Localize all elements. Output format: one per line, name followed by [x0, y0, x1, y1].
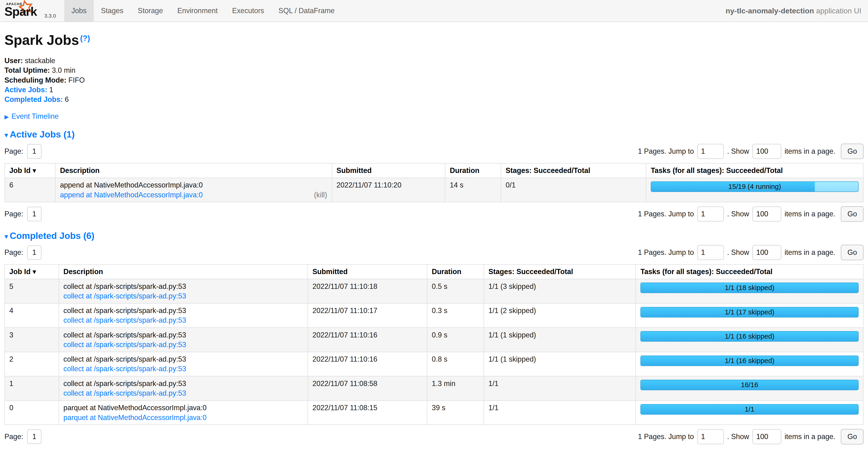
show-items-input[interactable] — [752, 144, 781, 159]
show-items-input[interactable] — [752, 245, 781, 260]
job-description-link[interactable]: append at NativeMethodAccessorImpl.java:… — [60, 190, 203, 200]
job-description-link[interactable]: collect at /spark-scripts/spark-ad.py:53 — [64, 315, 186, 325]
stages-cell: 1/1 — [484, 376, 636, 401]
table-header-row: Job Id ▾DescriptionSubmittedDurationStag… — [5, 264, 863, 279]
column-header-0[interactable]: Job Id ▾ — [5, 264, 59, 279]
active-jobs-heading[interactable]: ▾Active Jobs (1) — [4, 129, 864, 140]
duration-cell: 14 s — [445, 178, 501, 202]
tasks-cell: 1/1 (16 skipped) — [636, 352, 863, 376]
tasks-cell: 1/1 (17 skipped) — [636, 304, 863, 328]
show-items-input[interactable] — [752, 206, 781, 222]
stages-cell: 1/1 (2 skipped) — [484, 304, 636, 328]
active-jobs-section: ▾Active Jobs (1) Page: 1 1 Pages. Jump t… — [4, 129, 864, 222]
duration-cell: 0.5 s — [427, 279, 484, 304]
job-description-link[interactable]: parquet at NativeMethodAccessorImpl.java… — [64, 413, 207, 422]
job-description: collect at /spark-scripts/spark-ad.py:53 — [64, 330, 303, 340]
tab-stages[interactable]: Stages — [94, 0, 130, 22]
tab-storage[interactable]: Storage — [130, 0, 170, 22]
duration-cell: 39 s — [427, 401, 484, 425]
jump-to-input[interactable] — [698, 245, 724, 260]
summary-total-uptime: Total Uptime: 3.0 min — [4, 65, 864, 75]
page-label: Page: — [4, 432, 23, 441]
page-number-box[interactable]: 1 — [27, 429, 41, 444]
page-label: Page: — [4, 248, 23, 257]
stages-cell: 1/1 (1 skipped) — [484, 328, 636, 352]
tasks-cell: 1/1 (16 skipped) — [636, 328, 863, 352]
job-description: collect at /spark-scripts/spark-ad.py:53 — [64, 379, 303, 388]
event-timeline-toggle[interactable]: ▶Event Timeline — [4, 112, 864, 121]
column-header-2[interactable]: Submitted — [308, 264, 427, 279]
pages-jump-text: 1 Pages. Jump to — [638, 147, 694, 155]
job-id-cell: 0 — [5, 401, 59, 425]
items-text: items in a page. — [784, 432, 835, 441]
tab-executors[interactable]: Executors — [225, 0, 272, 22]
column-header-3[interactable]: Duration — [427, 264, 484, 279]
job-row: 6 append at NativeMethodAccessorImpl.jav… — [5, 178, 863, 202]
duration-cell: 1.3 min — [427, 376, 484, 401]
duration-cell: 0.8 s — [427, 352, 484, 376]
progress-label: 1/1 (18 skipped) — [641, 283, 858, 292]
go-button[interactable]: Go — [841, 206, 864, 222]
tab-jobs[interactable]: Jobs — [64, 0, 94, 22]
page-number-box[interactable]: 1 — [27, 207, 41, 221]
page-label: Page: — [4, 147, 23, 155]
show-items-input[interactable] — [752, 429, 781, 444]
column-header-5[interactable]: Tasks (for all stages): Succeeded/Total — [646, 163, 863, 178]
submitted-cell: 2022/11/07 11:08:15 — [308, 401, 427, 425]
spark-version: 3.3.0 — [44, 13, 56, 19]
page-title: Spark Jobs(?) — [4, 32, 864, 48]
completed-jobs-heading[interactable]: ▾Completed Jobs (6) — [4, 231, 864, 241]
job-id-cell: 2 — [5, 352, 59, 376]
pages-jump-text: 1 Pages. Jump to — [638, 210, 694, 218]
job-description-link[interactable]: collect at /spark-scripts/spark-ad.py:53 — [64, 340, 186, 349]
job-description-link[interactable]: collect at /spark-scripts/spark-ad.py:53 — [64, 364, 186, 374]
go-button[interactable]: Go — [841, 144, 864, 159]
column-header-4[interactable]: Stages: Succeeded/Total — [501, 163, 646, 178]
active-jobs-link[interactable]: Active Jobs: — [4, 86, 47, 94]
description-cell: append at NativeMethodAccessorImpl.java:… — [55, 178, 332, 202]
application-name: ny-tlc-anomaly-detection — [725, 6, 814, 15]
column-header-2[interactable]: Submitted — [332, 163, 445, 178]
submitted-cell: 2022/11/07 11:10:16 — [308, 328, 427, 352]
jump-to-input[interactable] — [698, 144, 724, 159]
show-text: . Show — [727, 248, 749, 257]
job-row: 1 collect at /spark-scripts/spark-ad.py:… — [5, 376, 863, 401]
spark-wordmark: Spark — [4, 4, 37, 19]
help-link[interactable]: (?) — [80, 34, 90, 42]
page-number-box[interactable]: 1 — [27, 144, 41, 159]
tab-environment[interactable]: Environment — [170, 0, 225, 22]
column-header-0[interactable]: Job Id ▾ — [5, 163, 55, 178]
column-header-1[interactable]: Description — [55, 163, 332, 178]
jump-to-input[interactable] — [698, 429, 724, 444]
column-header-3[interactable]: Duration — [445, 163, 501, 178]
kill-link[interactable]: (kill) — [314, 190, 327, 200]
tasks-cell: 1/1 (18 skipped) — [636, 279, 863, 304]
job-row: 3 collect at /spark-scripts/spark-ad.py:… — [5, 328, 863, 352]
go-button[interactable]: Go — [841, 429, 864, 445]
column-header-5[interactable]: Tasks (for all stages): Succeeded/Total — [636, 264, 863, 279]
job-id-cell: 1 — [5, 376, 59, 401]
pages-jump-text: 1 Pages. Jump to — [638, 248, 694, 257]
page-number-box[interactable]: 1 — [27, 246, 41, 260]
column-header-4[interactable]: Stages: Succeeded/Total — [484, 264, 636, 279]
jump-to-input[interactable] — [698, 206, 724, 222]
submitted-cell: 2022/11/07 11:08:58 — [308, 376, 427, 401]
description-cell: parquet at NativeMethodAccessorImpl.java… — [59, 401, 308, 425]
active-jobs-table: Job Id ▾DescriptionSubmittedDurationStag… — [4, 163, 864, 202]
completed-jobs-link[interactable]: Completed Jobs: — [4, 95, 63, 104]
pagination-row: Page: 1 1 Pages. Jump to . Show items in… — [4, 144, 864, 159]
progress-label: 1/1 (16 skipped) — [641, 356, 858, 365]
show-text: . Show — [727, 432, 749, 441]
go-button[interactable]: Go — [841, 245, 864, 260]
summary-active-jobs: Active Jobs: 1 — [4, 85, 864, 94]
pagination-row: Page: 1 1 Pages. Jump to . Show items in… — [4, 245, 864, 260]
job-description-link[interactable]: collect at /spark-scripts/spark-ad.py:53 — [64, 388, 186, 398]
job-description-link[interactable]: collect at /spark-scripts/spark-ad.py:53 — [64, 291, 186, 301]
tab-sql-dataframe[interactable]: SQL / DataFrame — [271, 0, 342, 22]
duration-cell: 0.9 s — [427, 328, 484, 352]
column-header-1[interactable]: Description — [59, 264, 308, 279]
items-text: items in a page. — [784, 147, 835, 155]
tasks-cell: 16/16 — [636, 376, 863, 401]
spark-logo[interactable]: APACHE Spark 3.3.0 — [0, 0, 59, 22]
description-cell: collect at /spark-scripts/spark-ad.py:53… — [59, 304, 308, 328]
